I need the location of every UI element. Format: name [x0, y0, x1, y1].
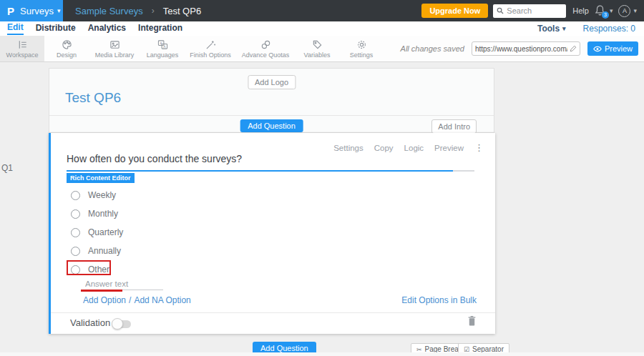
design-icon [62, 39, 72, 50]
media-library-icon [109, 39, 120, 50]
question-number-label: Q1 [1, 163, 13, 173]
answer-option-annually[interactable]: Annually [51, 242, 495, 260]
tools-menu[interactable]: Tools ▾ [537, 24, 566, 34]
tab-distribute[interactable]: Distribute [36, 23, 76, 34]
avatar[interactable]: A [618, 5, 630, 17]
option-link-separator: / [129, 295, 131, 305]
answer-options-list: Weekly Monthly Quarterly Annually Other [51, 186, 495, 279]
svg-text:a: a [160, 41, 162, 44]
advance-quotas-icon [260, 39, 271, 50]
breadcrumb-separator-icon: › [152, 6, 155, 16]
survey-url-text: https://www.questionpro.com/t/APNrFZ [475, 45, 567, 53]
product-menu-label: Surveys [20, 6, 54, 16]
toolbar-item-variables[interactable]: Variables [295, 36, 339, 61]
radio-icon[interactable] [71, 209, 80, 219]
scissors-icon: ✂ [416, 346, 422, 353]
edit-options-in-bulk-link[interactable]: Edit Options in Bulk [401, 295, 477, 305]
save-status-text: All changes saved [401, 44, 464, 53]
toolbar-item-label: Finish Options [190, 51, 231, 59]
answer-option-monthly[interactable]: Monthly [51, 204, 495, 223]
question-settings-link[interactable]: Settings [333, 144, 364, 152]
breadcrumb: Sample Surveys › Test QP6 [75, 6, 201, 16]
option-label: Weekly [88, 190, 116, 200]
workspace-icon [17, 39, 28, 50]
topbar-right-cluster: Upgrade Now Help 3 ▾ A ▾ [421, 4, 644, 18]
answer-text-input[interactable] [83, 277, 163, 290]
toolbar-item-label: Media Library [95, 51, 135, 59]
checkbox-checked-icon: ☑ [464, 346, 469, 353]
question-text-input[interactable]: How often do you conduct the surveys? [67, 153, 242, 164]
add-logo-button[interactable]: Add Logo [248, 75, 296, 89]
upgrade-now-button[interactable]: Upgrade Now [421, 4, 488, 18]
main-nav: Edit Distribute Analytics Integration To… [0, 21, 644, 36]
tab-analytics[interactable]: Analytics [88, 23, 126, 34]
add-na-option-link[interactable]: Add NA Option [134, 295, 190, 305]
kebab-menu-icon[interactable]: ⋮ [474, 142, 484, 153]
languages-icon: aA [157, 39, 168, 50]
toolbar-item-media-library[interactable]: Media Library [89, 36, 140, 61]
radio-icon[interactable] [71, 228, 80, 237]
search-input[interactable] [507, 6, 560, 15]
question-input-underline-end [453, 170, 474, 172]
rich-content-editor-badge[interactable]: Rich Content Editor [67, 173, 135, 183]
survey-url-field[interactable]: https://www.questionpro.com/t/APNrFZ [472, 41, 580, 56]
account-chevron-icon[interactable]: ▾ [633, 8, 637, 14]
question-footer-divider [51, 312, 495, 313]
product-menu[interactable]: P Surveys ▾ [0, 0, 63, 21]
notifications-button[interactable]: 3 [595, 4, 607, 18]
breadcrumb-parent[interactable]: Sample Surveys [75, 6, 143, 16]
radio-icon[interactable] [71, 247, 80, 256]
delete-question-button[interactable] [467, 315, 477, 329]
notifications-chevron-icon[interactable]: ▾ [610, 8, 613, 14]
radio-icon[interactable] [71, 265, 80, 275]
edit-toolbar: Workspace Design Media Library aA Langua… [0, 36, 644, 62]
question-copy-link[interactable]: Copy [374, 144, 394, 152]
settings-icon [356, 39, 367, 50]
question-logic-link[interactable]: Logic [404, 144, 424, 152]
toolbar-item-languages[interactable]: aA Languages [140, 36, 185, 61]
add-intro-button[interactable]: Add Intro [431, 119, 477, 134]
tab-edit[interactable]: Edit [7, 22, 24, 35]
answer-option-other[interactable]: Other [51, 260, 495, 279]
toolbar-item-label: Design [57, 51, 77, 59]
toolbar-item-advance-quotas[interactable]: Advance Quotas [236, 36, 295, 61]
toolbar-item-workspace[interactable]: Workspace [0, 36, 44, 61]
toolbar-item-label: Languages [147, 51, 179, 59]
tools-label: Tools [537, 24, 560, 34]
pencil-icon[interactable] [570, 45, 577, 52]
responses-count[interactable]: Responses: 0 [583, 24, 635, 34]
answer-option-quarterly[interactable]: Quarterly [51, 223, 495, 242]
search-icon [497, 7, 504, 14]
help-link[interactable]: Help [572, 6, 589, 15]
toolbar-item-label: Variables [304, 51, 331, 59]
toolbar-item-label: Workspace [6, 51, 39, 59]
answer-option-weekly[interactable]: Weekly [51, 186, 495, 204]
bottom-strip [0, 352, 644, 356]
toolbar-item-design[interactable]: Design [44, 36, 89, 61]
toolbar-right-cluster: All changes saved https://www.questionpr… [401, 36, 644, 61]
survey-title[interactable]: Test QP6 [65, 90, 121, 106]
option-label: Other [88, 264, 109, 275]
preview-button-label: Preview [605, 44, 633, 53]
variables-icon [312, 39, 323, 50]
radio-icon[interactable] [71, 191, 80, 200]
top-bar: P Surveys ▾ Sample Surveys › Test QP6 Up… [0, 0, 644, 21]
toolbar-item-finish-options[interactable]: Finish Options [185, 36, 236, 61]
preview-button[interactable]: Preview [587, 41, 638, 56]
validation-toggle[interactable] [114, 320, 131, 328]
add-question-button-top[interactable]: Add Question [240, 119, 303, 132]
survey-header-actions-row: Add Question Add Intro [49, 115, 494, 132]
tab-integration[interactable]: Integration [138, 23, 182, 34]
svg-text:A: A [163, 44, 166, 48]
toolbar-item-label: Advance Quotas [242, 51, 290, 59]
questionpro-survey-editor: P Surveys ▾ Sample Surveys › Test QP6 Up… [0, 0, 644, 356]
add-option-link[interactable]: Add Option [83, 295, 126, 305]
eye-icon [593, 46, 602, 52]
option-label: Annually [88, 246, 121, 256]
search-box[interactable] [493, 4, 566, 18]
question-actions: Settings Copy Logic Preview ⋮ [333, 142, 484, 153]
toolbar-item-settings[interactable]: Settings [339, 36, 384, 61]
chevron-down-icon: ▾ [57, 8, 61, 14]
question-card: Settings Copy Logic Preview ⋮ How often … [49, 133, 495, 334]
question-preview-link[interactable]: Preview [434, 144, 464, 152]
